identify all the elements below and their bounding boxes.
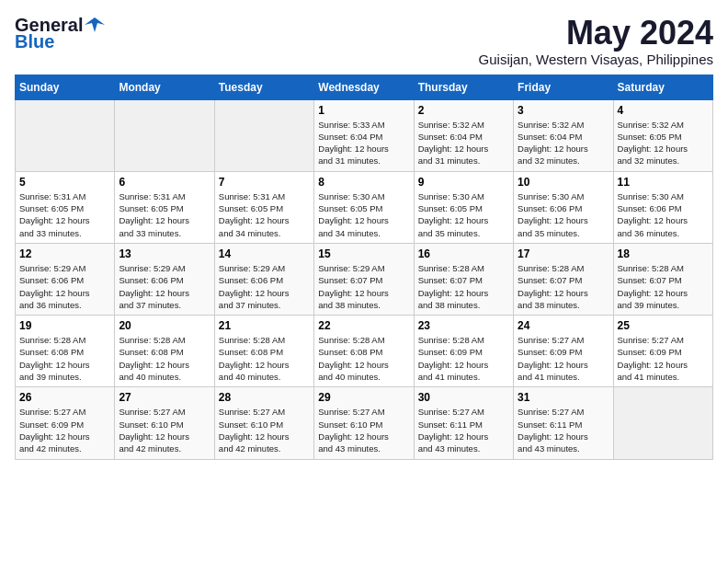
day-number: 17 [518,247,609,260]
weekday-friday: Friday [514,75,613,99]
location: Guisijan, Western Visayas, Philippines [479,52,713,67]
calendar-cell: 4Sunrise: 5:32 AMSunset: 6:05 PMDaylight… [613,99,712,171]
day-number: 23 [418,319,509,332]
day-info: Sunrise: 5:30 AMSunset: 6:05 PMDaylight:… [318,190,409,239]
day-info: Sunrise: 5:28 AMSunset: 6:08 PMDaylight:… [19,334,110,383]
day-info: Sunrise: 5:27 AMSunset: 6:09 PMDaylight:… [518,334,609,383]
calendar-body: 1Sunrise: 5:33 AMSunset: 6:04 PMDaylight… [16,99,713,459]
day-number: 6 [119,176,210,189]
day-number: 7 [219,176,310,189]
day-info: Sunrise: 5:27 AMSunset: 6:10 PMDaylight:… [219,406,310,454]
day-number: 8 [318,176,409,189]
day-number: 27 [119,391,210,404]
day-info: Sunrise: 5:27 AMSunset: 6:10 PMDaylight:… [119,406,210,454]
day-number: 30 [418,391,509,404]
calendar-cell [115,99,214,171]
day-info: Sunrise: 5:33 AMSunset: 6:04 PMDaylight:… [318,119,409,167]
day-info: Sunrise: 5:28 AMSunset: 6:07 PMDaylight:… [618,262,709,311]
day-info: Sunrise: 5:30 AMSunset: 6:06 PMDaylight:… [518,190,609,239]
calendar-cell: 7Sunrise: 5:31 AMSunset: 6:05 PMDaylight… [214,171,313,243]
day-number: 11 [618,176,709,189]
weekday-row: SundayMondayTuesdayWednesdayThursdayFrid… [16,75,713,99]
calendar-cell: 28Sunrise: 5:27 AMSunset: 6:10 PMDayligh… [214,387,313,459]
month-title: May 2024 [479,15,713,52]
day-info: Sunrise: 5:31 AMSunset: 6:05 PMDaylight:… [219,190,310,239]
day-info: Sunrise: 5:28 AMSunset: 6:07 PMDaylight:… [518,262,609,311]
calendar-cell: 19Sunrise: 5:28 AMSunset: 6:08 PMDayligh… [16,316,115,387]
week-row: 12Sunrise: 5:29 AMSunset: 6:06 PMDayligh… [16,243,713,315]
day-number: 3 [518,104,609,117]
calendar-header: SundayMondayTuesdayWednesdayThursdayFrid… [16,75,713,99]
logo-bird-icon [85,16,105,32]
weekday-saturday: Saturday [613,75,712,99]
week-row: 5Sunrise: 5:31 AMSunset: 6:05 PMDaylight… [16,171,713,243]
calendar-table: SundayMondayTuesdayWednesdayThursdayFrid… [15,75,713,460]
week-row: 1Sunrise: 5:33 AMSunset: 6:04 PMDaylight… [16,99,713,171]
weekday-wednesday: Wednesday [314,75,414,99]
day-info: Sunrise: 5:27 AMSunset: 6:10 PMDaylight:… [318,406,409,454]
day-number: 12 [19,247,110,260]
calendar-cell: 11Sunrise: 5:30 AMSunset: 6:06 PMDayligh… [613,171,712,243]
day-info: Sunrise: 5:28 AMSunset: 6:09 PMDaylight:… [418,334,509,383]
day-number: 20 [119,319,210,332]
day-number: 22 [318,319,409,332]
calendar-cell [214,99,313,171]
logo: General Blue [15,15,105,52]
day-info: Sunrise: 5:31 AMSunset: 6:05 PMDaylight:… [119,190,210,239]
calendar-cell: 20Sunrise: 5:28 AMSunset: 6:08 PMDayligh… [115,316,214,387]
day-number: 31 [518,391,609,404]
calendar-cell: 24Sunrise: 5:27 AMSunset: 6:09 PMDayligh… [514,316,613,387]
day-info: Sunrise: 5:29 AMSunset: 6:07 PMDaylight:… [318,262,409,311]
calendar-cell: 13Sunrise: 5:29 AMSunset: 6:06 PMDayligh… [115,243,214,315]
day-number: 24 [518,319,609,332]
calendar-cell: 22Sunrise: 5:28 AMSunset: 6:08 PMDayligh… [314,316,414,387]
calendar-cell: 25Sunrise: 5:27 AMSunset: 6:09 PMDayligh… [613,316,712,387]
calendar-cell: 2Sunrise: 5:32 AMSunset: 6:04 PMDaylight… [414,99,513,171]
calendar-cell: 5Sunrise: 5:31 AMSunset: 6:05 PMDaylight… [16,171,115,243]
calendar-cell: 31Sunrise: 5:27 AMSunset: 6:11 PMDayligh… [514,387,613,459]
day-info: Sunrise: 5:29 AMSunset: 6:06 PMDaylight:… [19,262,110,311]
day-info: Sunrise: 5:27 AMSunset: 6:09 PMDaylight:… [19,406,110,454]
calendar-cell: 15Sunrise: 5:29 AMSunset: 6:07 PMDayligh… [314,243,414,315]
day-info: Sunrise: 5:32 AMSunset: 6:04 PMDaylight:… [518,119,609,167]
day-info: Sunrise: 5:28 AMSunset: 6:08 PMDaylight:… [119,334,210,383]
week-row: 26Sunrise: 5:27 AMSunset: 6:09 PMDayligh… [16,387,713,459]
title-area: May 2024 Guisijan, Western Visayas, Phil… [479,15,713,67]
day-info: Sunrise: 5:32 AMSunset: 6:04 PMDaylight:… [418,119,509,167]
calendar-cell [16,99,115,171]
calendar-cell: 6Sunrise: 5:31 AMSunset: 6:05 PMDaylight… [115,171,214,243]
calendar-cell: 12Sunrise: 5:29 AMSunset: 6:06 PMDayligh… [16,243,115,315]
calendar-cell: 14Sunrise: 5:29 AMSunset: 6:06 PMDayligh… [214,243,313,315]
day-info: Sunrise: 5:27 AMSunset: 6:11 PMDaylight:… [518,406,609,454]
weekday-tuesday: Tuesday [214,75,313,99]
day-number: 21 [219,319,310,332]
calendar-cell: 17Sunrise: 5:28 AMSunset: 6:07 PMDayligh… [514,243,613,315]
day-number: 1 [318,104,409,117]
day-number: 13 [119,247,210,260]
weekday-monday: Monday [115,75,214,99]
day-number: 16 [418,247,509,260]
day-number: 19 [19,319,110,332]
calendar-cell: 8Sunrise: 5:30 AMSunset: 6:05 PMDaylight… [314,171,414,243]
day-info: Sunrise: 5:27 AMSunset: 6:11 PMDaylight:… [418,406,509,454]
weekday-sunday: Sunday [16,75,115,99]
day-number: 10 [518,176,609,189]
day-number: 14 [219,247,310,260]
day-info: Sunrise: 5:29 AMSunset: 6:06 PMDaylight:… [119,262,210,311]
day-info: Sunrise: 5:30 AMSunset: 6:06 PMDaylight:… [618,190,709,239]
day-number: 15 [318,247,409,260]
day-info: Sunrise: 5:28 AMSunset: 6:08 PMDaylight:… [219,334,310,383]
calendar-cell: 16Sunrise: 5:28 AMSunset: 6:07 PMDayligh… [414,243,513,315]
calendar-cell: 21Sunrise: 5:28 AMSunset: 6:08 PMDayligh… [214,316,313,387]
day-info: Sunrise: 5:28 AMSunset: 6:07 PMDaylight:… [418,262,509,311]
calendar-cell: 3Sunrise: 5:32 AMSunset: 6:04 PMDaylight… [514,99,613,171]
day-info: Sunrise: 5:31 AMSunset: 6:05 PMDaylight:… [19,190,110,239]
logo-blue-text: Blue [15,31,54,52]
calendar-cell: 29Sunrise: 5:27 AMSunset: 6:10 PMDayligh… [314,387,414,459]
calendar-cell: 30Sunrise: 5:27 AMSunset: 6:11 PMDayligh… [414,387,513,459]
day-info: Sunrise: 5:28 AMSunset: 6:08 PMDaylight:… [318,334,409,383]
calendar-cell: 26Sunrise: 5:27 AMSunset: 6:09 PMDayligh… [16,387,115,459]
day-info: Sunrise: 5:27 AMSunset: 6:09 PMDaylight:… [618,334,709,383]
header: General Blue May 2024 Guisijan, Western … [15,15,713,67]
calendar-cell: 18Sunrise: 5:28 AMSunset: 6:07 PMDayligh… [613,243,712,315]
